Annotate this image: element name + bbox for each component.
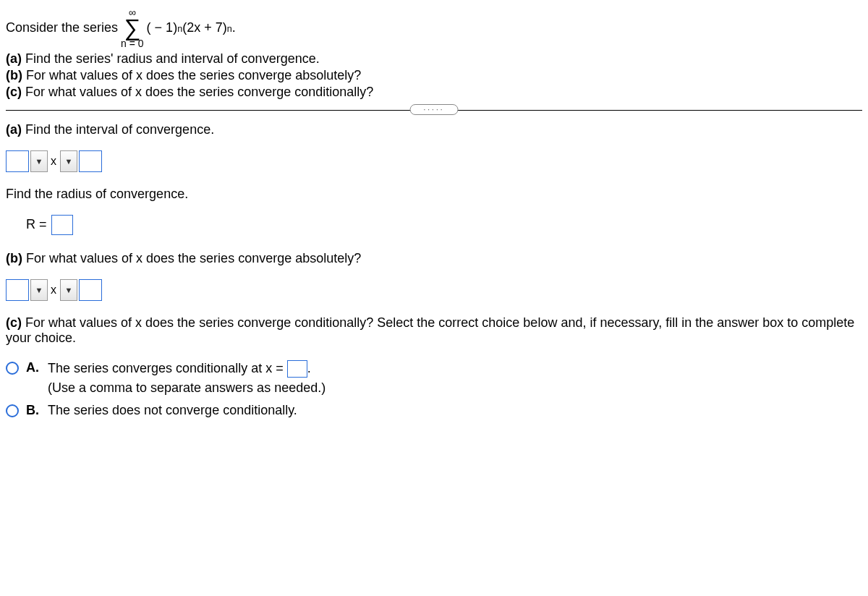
radio-option-a[interactable] <box>6 362 19 375</box>
part-a-interval: (a) Find the interval of convergence. <box>6 122 862 137</box>
abs-lower-operator-dropdown[interactable] <box>30 279 48 301</box>
sigma-symbol: ∑ <box>124 17 140 38</box>
part-c-prompt: (c) For what values of x does the series… <box>6 315 862 346</box>
choice-b-row: B. The series does not converge conditio… <box>6 403 862 418</box>
sum-lower: n = 0 <box>121 38 144 48</box>
x-variable-b: x <box>51 284 56 297</box>
choice-a-label: A. <box>26 360 41 375</box>
choice-a-row: A. The series converges conditionally at… <box>6 360 862 396</box>
choice-a-body: The series converges conditionally at x … <box>48 360 862 396</box>
radius-input-row: R = <box>26 215 862 235</box>
r-equals-label: R = <box>26 217 47 232</box>
intro-prefix: Consider the series <box>6 20 118 35</box>
part-b-prompt: (b) For what values of x does the series… <box>6 251 862 266</box>
choice-a-text-before: The series converges conditionally at x … <box>48 361 284 375</box>
choice-a-hint: (Use a comma to separate answers as need… <box>48 380 862 396</box>
choice-b-label: B. <box>26 403 41 418</box>
choice-group: A. The series converges conditionally at… <box>6 360 862 418</box>
x-variable: x <box>51 155 56 168</box>
interval-upper-operator-dropdown[interactable] <box>60 150 77 172</box>
interval-input-row-b: x <box>6 279 862 301</box>
radius-prompt: Find the radius of convergence. <box>6 187 862 202</box>
choice-a-text-after: . <box>307 361 311 375</box>
interval-input-row-a: x <box>6 150 862 172</box>
abs-upper-operator-dropdown[interactable] <box>60 279 77 301</box>
radio-option-b[interactable] <box>6 404 19 417</box>
radius-input[interactable] <box>51 215 73 235</box>
section-divider: ····· <box>6 110 862 111</box>
abs-upper-input[interactable] <box>79 279 102 301</box>
series-intro: Consider the series ∞ ∑ n = 0 ( − 1)n(2x… <box>6 7 862 48</box>
summation-block: ∞ ∑ n = 0 <box>121 7 144 48</box>
abs-lower-input[interactable] <box>6 279 29 301</box>
interval-lower-input[interactable] <box>6 150 29 172</box>
choice-b-text: The series does not converge conditional… <box>48 403 862 418</box>
question-a: (a) (a) Find the series' radius and inte… <box>6 51 862 67</box>
conditional-x-input[interactable] <box>287 360 307 378</box>
series-expression: ( − 1)n(2x + 7)n. <box>147 20 236 35</box>
divider-dots: ····· <box>410 104 459 115</box>
question-b: (b) For what values of x does the series… <box>6 68 862 83</box>
interval-upper-input[interactable] <box>79 150 102 172</box>
question-c: (c) For what values of x does the series… <box>6 85 862 100</box>
interval-lower-operator-dropdown[interactable] <box>30 150 48 172</box>
